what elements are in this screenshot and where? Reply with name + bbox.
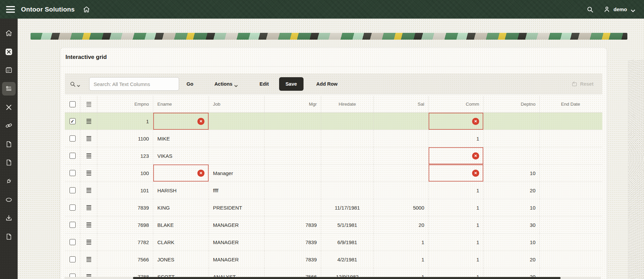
column-header-job[interactable]: Job <box>209 96 264 112</box>
cell-deptno[interactable]: 10 <box>483 234 540 251</box>
row-select-checkbox[interactable] <box>70 170 76 176</box>
search-icon[interactable] <box>586 6 594 13</box>
cell-deptno[interactable]: 30 <box>483 216 540 233</box>
sidebar-item-calendar[interactable] <box>0 61 18 80</box>
cell-comm[interactable]: 1 <box>428 199 483 216</box>
cell-ename[interactable]: HARISH <box>153 182 209 199</box>
cell-end_date[interactable] <box>540 165 601 181</box>
row-menu-button[interactable] <box>80 130 97 147</box>
cell-comm[interactable]: 1 <box>428 130 483 147</box>
cell-sal[interactable]: 1 <box>373 251 428 268</box>
row-menu-button[interactable] <box>80 96 97 112</box>
cell-comm[interactable]: ✕ <box>428 147 483 164</box>
cell-sal[interactable]: 20 <box>373 216 428 233</box>
cell-hiredate[interactable] <box>321 147 373 164</box>
cell-comm[interactable]: ✕ <box>428 165 483 181</box>
column-header-empno[interactable]: Empno <box>97 96 153 112</box>
cell-comm[interactable]: 1 <box>428 251 483 268</box>
column-header-sal[interactable]: Sal <box>373 96 428 112</box>
cell-hiredate[interactable]: 6/9/1981 <box>321 234 373 251</box>
cell-empno[interactable]: 7839 <box>97 199 153 216</box>
cell-hiredate[interactable]: 11/17/1981 <box>321 199 373 216</box>
cell-end_date[interactable] <box>540 199 601 216</box>
cell-mgr[interactable] <box>264 165 321 181</box>
save-button[interactable]: Save <box>279 77 304 91</box>
row-menu-button[interactable] <box>80 199 97 216</box>
search-input[interactable] <box>89 77 179 91</box>
cell-hiredate[interactable]: 5/1/1981 <box>321 216 373 233</box>
cell-deptno[interactable]: 10 <box>483 165 540 181</box>
cell-deptno[interactable]: 20 <box>483 182 540 199</box>
row-select-checkbox[interactable] <box>70 135 76 142</box>
column-header-comm[interactable]: Comm <box>428 96 483 112</box>
row-menu-button[interactable] <box>80 182 97 199</box>
sidebar-item-design-tools[interactable] <box>0 98 18 116</box>
cell-job[interactable]: MANAGER <box>209 234 264 251</box>
cell-comm[interactable]: 1 <box>428 234 483 251</box>
cell-ename[interactable]: MIKE <box>153 130 209 147</box>
sidebar-item-download[interactable] <box>0 209 18 228</box>
cell-sal[interactable] <box>373 182 428 199</box>
cell-hiredate[interactable] <box>321 130 373 147</box>
cell-mgr[interactable]: 7839 <box>264 216 321 233</box>
sidebar-item-oval[interactable] <box>0 190 18 209</box>
cell-end_date[interactable] <box>540 113 601 130</box>
cell-hiredate[interactable] <box>321 182 373 199</box>
column-header-hiredate[interactable]: Hiredate <box>321 96 373 112</box>
column-header-ename[interactable]: Ename <box>153 96 209 112</box>
cell-mgr[interactable] <box>264 113 321 130</box>
cell-mgr[interactable]: 7839 <box>264 251 321 268</box>
cell-empno[interactable]: 1100 <box>97 130 153 147</box>
row-menu-button[interactable] <box>80 216 97 233</box>
go-button[interactable]: Go <box>187 81 193 87</box>
cell-sal[interactable] <box>373 147 428 164</box>
horizontal-scrollbar-thumb[interactable] <box>133 277 561 279</box>
cell-end_date[interactable] <box>540 251 601 268</box>
cell-end_date[interactable] <box>540 234 601 251</box>
cell-ename[interactable]: CLARK <box>153 234 209 251</box>
cell-ename[interactable]: JONES <box>153 251 209 268</box>
cell-empno[interactable]: 7566 <box>97 251 153 268</box>
row-select-checkbox[interactable] <box>70 187 76 193</box>
menu-icon[interactable] <box>6 6 15 13</box>
column-header-deptno[interactable]: Deptno <box>483 96 540 112</box>
cell-end_date[interactable] <box>540 130 601 147</box>
row-menu-button[interactable] <box>80 251 97 268</box>
cell-sal[interactable] <box>373 113 428 130</box>
cell-job[interactable]: PRESIDENT <box>209 199 264 216</box>
cell-deptno[interactable]: 10 <box>483 199 540 216</box>
cell-deptno[interactable] <box>483 113 540 130</box>
cell-mgr[interactable] <box>264 130 321 147</box>
actions-button[interactable]: Actions <box>214 81 238 87</box>
cell-empno[interactable]: 100 <box>97 165 153 181</box>
cell-empno[interactable]: 1 <box>97 113 153 130</box>
row-select-checkbox[interactable] <box>70 256 76 262</box>
sidebar-item-home[interactable] <box>0 24 18 43</box>
column-header-end_date[interactable]: End Date <box>540 96 601 112</box>
cell-ename[interactable]: KING <box>153 199 209 216</box>
cell-comm[interactable]: 1 <box>428 216 483 233</box>
cell-mgr[interactable] <box>264 199 321 216</box>
cell-sal[interactable]: 1 <box>373 234 428 251</box>
cell-ename[interactable]: VIKAS <box>153 147 209 164</box>
row-menu-button[interactable] <box>80 165 97 181</box>
cell-end_date[interactable] <box>540 182 601 199</box>
search-dropdown-button[interactable] <box>70 81 80 87</box>
cell-job[interactable] <box>209 147 264 164</box>
sidebar-item-file[interactable] <box>0 228 18 246</box>
sidebar-item-link[interactable] <box>0 116 18 135</box>
cell-deptno[interactable] <box>483 147 540 164</box>
row-select-checkbox[interactable]: ✓ <box>70 118 76 124</box>
select-all-checkbox[interactable] <box>70 101 76 107</box>
cell-job[interactable]: MANAGER <box>209 216 264 233</box>
column-header-mgr[interactable]: Mgr <box>264 96 321 112</box>
sidebar-item-file[interactable] <box>0 135 18 154</box>
cell-job[interactable]: MANAGER <box>209 251 264 268</box>
cell-deptno[interactable]: 20 <box>483 251 540 268</box>
user-menu[interactable]: demo <box>603 6 635 13</box>
row-menu-button[interactable] <box>80 234 97 251</box>
cell-empno[interactable]: 101 <box>97 182 153 199</box>
cell-mgr[interactable]: 7839 <box>264 234 321 251</box>
cell-comm[interactable]: ✕ <box>428 113 483 130</box>
cell-job[interactable]: Manager <box>209 165 264 181</box>
